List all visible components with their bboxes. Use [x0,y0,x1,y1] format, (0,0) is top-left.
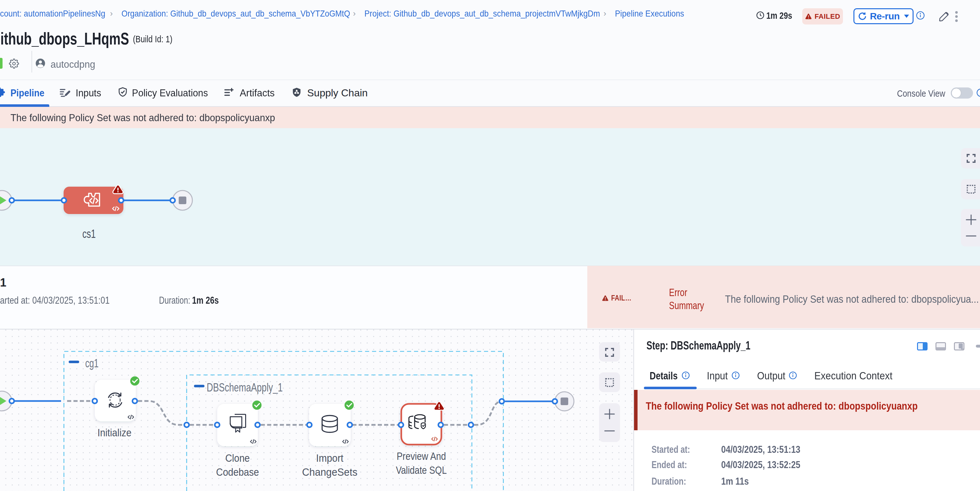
svg-text:Initialize: Initialize [98,426,132,439]
svg-text:DBSchemaApply_1: DBSchemaApply_1 [207,381,283,394]
svg-text:Import: Import [316,452,344,464]
svg-text:Clone: Clone [226,452,250,464]
svg-text:cs1: cs1 [82,227,96,240]
svg-text:Validate SQL: Validate SQL [396,464,447,476]
svg-text:ChangeSets: ChangeSets [302,466,357,478]
svg-text:Codebase: Codebase [216,466,259,478]
svg-text:cg1: cg1 [85,357,99,370]
svg-text:Preview And: Preview And [397,450,446,462]
